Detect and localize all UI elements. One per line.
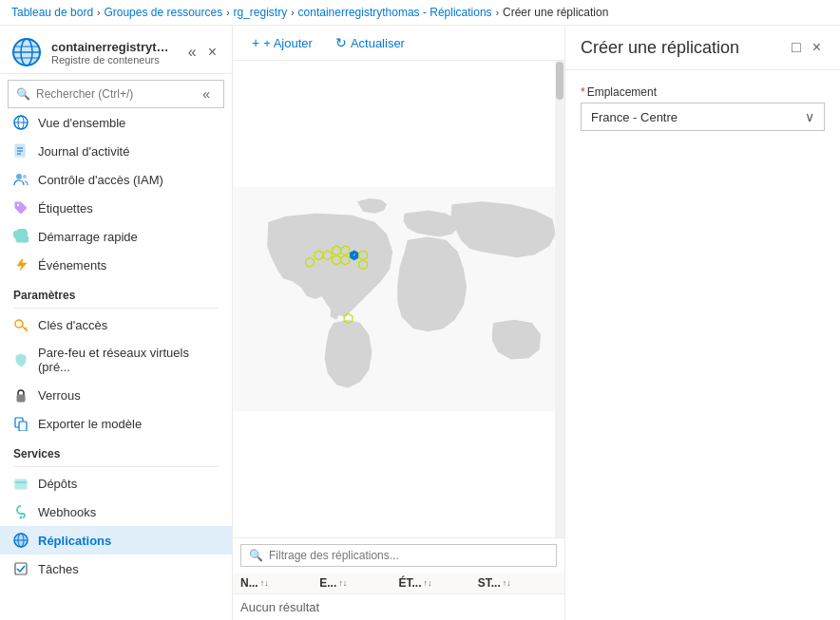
chevron-down-icon: ∨ [805, 109, 814, 124]
col-header-e[interactable]: E... ↑↓ [319, 576, 398, 590]
divider-parametres [13, 308, 219, 309]
table-header: N... ↑↓ E... ↑↓ ÉT... ↑↓ ST... ↑↓ [233, 573, 564, 594]
right-panel-body: * Emplacement France - Centre ∨ [565, 70, 840, 146]
right-panel-header: Créer une réplication □ × [565, 26, 840, 70]
sidebar-item-label: Étiquettes [38, 201, 93, 216]
right-panel-expand-button[interactable]: □ [788, 37, 805, 58]
divider-services [13, 466, 219, 467]
sidebar-logo-icon [11, 37, 42, 67]
right-panel-title: Créer une réplication [581, 38, 788, 58]
sidebar-subtitle: Registre de conteneurs [51, 54, 175, 66]
search-input[interactable] [36, 87, 191, 101]
emplacement-dropdown[interactable]: France - Centre ∨ [581, 103, 825, 131]
sidebar-collapse-icon[interactable]: « [197, 85, 216, 103]
svg-rect-29 [15, 563, 27, 574]
sidebar-item-label: Réplications [38, 534, 111, 548]
svg-point-16 [15, 320, 23, 328]
sidebar-item-journal[interactable]: Journal d'activité [0, 137, 232, 165]
sidebar-item-label: Verrous [38, 388, 81, 403]
table-section: 🔍 N... ↑↓ E... ↑↓ ÉT... ↑↓ [233, 537, 564, 620]
sidebar-item-label: Exporter le modèle [38, 417, 142, 431]
sort-icon: ↑↓ [503, 578, 511, 588]
section-parametres: Paramètres [0, 279, 232, 306]
sidebar-item-label: Journal d'activité [38, 144, 129, 159]
toolbar: + + Ajouter ↻ Actualiser [233, 26, 564, 61]
add-icon: + [252, 35, 259, 50]
task-icon [13, 561, 29, 576]
col-header-et[interactable]: ÉT... ↑↓ [399, 576, 478, 590]
sidebar-item-etiquettes[interactable]: Étiquettes [0, 194, 232, 222]
globe2-icon [13, 533, 29, 548]
sidebar-header: containerregistrythomas - Réplications R… [0, 26, 232, 74]
sidebar-item-vue[interactable]: Vue d'ensemble [0, 108, 232, 137]
main-panel: + + Ajouter ↻ Actualiser [233, 26, 564, 620]
right-panel: Créer une réplication □ × * Emplacement … [564, 26, 840, 620]
refresh-button[interactable]: ↻ Actualiser [328, 31, 412, 54]
lightning-icon [13, 257, 29, 272]
filter-search-icon: 🔍 [249, 549, 263, 562]
col-header-name[interactable]: N... ↑↓ [240, 576, 319, 590]
dropdown-value: France - Centre [591, 110, 678, 124]
svg-point-13 [16, 174, 22, 179]
field-emplacement-label: * Emplacement [581, 85, 825, 99]
sidebar-item-label: Contrôle d'accès (IAM) [38, 173, 163, 187]
svg-rect-22 [15, 479, 27, 489]
sidebar-item-controle[interactable]: Contrôle d'accès (IAM) [0, 165, 232, 194]
sidebar-item-replications[interactable]: Réplications [0, 526, 232, 554]
sidebar-item-parefeu[interactable]: Pare-feu et réseaux virtuels (pré... [0, 339, 232, 381]
globe-icon [13, 115, 29, 130]
repo-icon [13, 476, 29, 491]
map-scrollbar-thumb [556, 62, 563, 100]
filter-input[interactable] [269, 549, 548, 562]
sidebar-item-taches[interactable]: Tâches [0, 554, 232, 583]
sort-icon: ↑↓ [338, 578, 347, 588]
sort-icon: ↑↓ [424, 578, 432, 588]
breadcrumb-rg[interactable]: rg_registry [234, 6, 288, 19]
search-icon: 🔍 [16, 87, 30, 101]
hook-icon [13, 504, 29, 519]
col-header-st[interactable]: ST... ↑↓ [478, 576, 557, 590]
svg-point-15 [17, 204, 19, 206]
people-icon [13, 172, 29, 187]
sidebar-item-label: Clés d'accès [38, 318, 107, 332]
filter-container: 🔍 [240, 544, 557, 567]
svg-text:✓: ✓ [353, 252, 356, 257]
sidebar-item-webhooks[interactable]: Webhooks [0, 498, 232, 526]
right-panel-close-button[interactable]: × [809, 37, 825, 58]
world-map: ✓ [233, 61, 564, 537]
sidebar-item-cles[interactable]: Clés d'accès [0, 310, 232, 339]
sidebar-collapse-button[interactable]: « [184, 42, 200, 63]
doc-icon [13, 143, 29, 159]
svg-rect-19 [17, 395, 25, 402]
key-icon [13, 317, 29, 332]
sidebar-item-verrous[interactable]: Verrous [0, 381, 232, 409]
sidebar-search-container: 🔍 « [8, 80, 224, 108]
map-area: ✓ [233, 61, 564, 537]
required-star: * [581, 85, 585, 99]
sidebar-item-label: Événements [38, 258, 106, 272]
export-icon [13, 416, 29, 431]
breadcrumb: Tableau de bord › Groupes de ressources … [0, 0, 840, 26]
map-scrollbar[interactable] [555, 61, 564, 537]
sidebar-item-label: Démarrage rapide [38, 230, 138, 244]
sidebar-item-label: Vue d'ensemble [38, 116, 125, 130]
sidebar-item-evenements[interactable]: Événements [0, 251, 232, 279]
sidebar-item-demarrage[interactable]: Démarrage rapide [0, 222, 232, 251]
sidebar-item-exporter[interactable]: Exporter le modèle [0, 409, 232, 438]
sidebar-item-label: Tâches [38, 562, 79, 576]
add-button[interactable]: + + Ajouter [244, 31, 320, 54]
svg-point-24 [20, 517, 23, 519]
lock-icon [13, 387, 29, 403]
breadcrumb-container[interactable]: containerregistrythomas - Réplications [298, 6, 492, 19]
tag-icon [13, 200, 29, 216]
breadcrumb-tableau[interactable]: Tableau de bord [11, 6, 93, 19]
sidebar-title: containerregistrythomas - Réplications [51, 40, 175, 54]
sidebar: containerregistrythomas - Réplications R… [0, 26, 233, 620]
svg-point-14 [23, 175, 27, 178]
breadcrumb-current: Créer une réplication [503, 6, 608, 19]
breadcrumb-groupes[interactable]: Groupes de ressources [104, 6, 222, 19]
no-result-text: Aucun résultat [240, 600, 557, 614]
sidebar-item-depots[interactable]: Dépôts [0, 469, 232, 498]
sidebar-close-button[interactable]: × [204, 42, 220, 63]
sidebar-item-label: Webhooks [38, 505, 96, 519]
